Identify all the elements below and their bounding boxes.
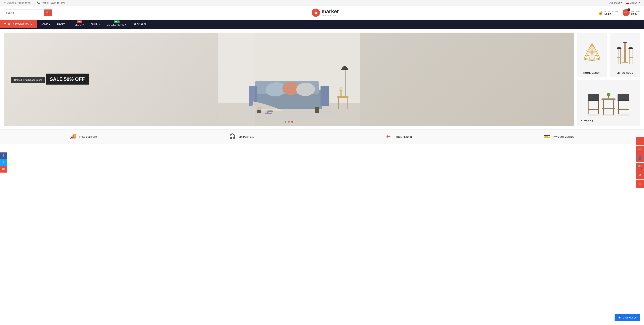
top-bar-contact: ✉ Marketing@ziutech.com | 📞 Hotline (+12…: [4, 1, 65, 4]
nav-pages-label: PAGES: [57, 23, 66, 26]
email-address: Marketing@ziutech.com: [6, 1, 30, 4]
svg-rect-32: [617, 57, 622, 58]
logo-tagline: all in one store: [322, 14, 338, 16]
svg-rect-54: [602, 108, 615, 109]
nav-collections-label: COLLECTIONS: [107, 23, 124, 26]
top-bar-options: $ US Dollar ▼ English ▼: [608, 1, 640, 4]
payment-icon: 💳: [544, 133, 551, 141]
cart-amount: $0.00: [631, 12, 640, 15]
cart-badge: 0: [628, 8, 630, 11]
support-label: SUPPORT 24/7: [239, 136, 254, 138]
navigation: ☰ ALL CATEGORIES ▼ HOME ▼ PAGES ▼ Hot! B…: [0, 20, 644, 29]
language-selector[interactable]: English ▼: [626, 1, 640, 4]
nav-shop-label: SHOP: [91, 23, 98, 26]
features-bar: 🚚 FREE DELIVERY 🎧 SUPPORT 24/7 ↩ FREE RE…: [0, 129, 644, 144]
dot-2[interactable]: [288, 121, 290, 123]
slider-dots: [284, 121, 293, 123]
return-label: FREE RETURN: [396, 136, 412, 138]
divider: |: [34, 1, 34, 4]
account-text: MY ACCOUNT Login: [604, 10, 618, 15]
dot-1[interactable]: [284, 121, 286, 123]
search-input[interactable]: [4, 10, 44, 16]
outdoor-item[interactable]: Outdoor: [577, 80, 640, 126]
svg-rect-36: [629, 57, 633, 58]
slide-title: SALE 50% OFF: [46, 74, 89, 85]
nav-link-pages[interactable]: PAGES ▼: [54, 20, 71, 28]
outdoor-label: Outdoor: [581, 120, 593, 123]
nav-home-label: HOME: [40, 23, 48, 26]
cart-section[interactable]: 🛒 0 MY CART $0.00: [622, 9, 640, 16]
lock-icon: 🔒: [598, 10, 603, 15]
outdoor-illustration: [586, 89, 631, 123]
cart-icon-wrap: 🛒 0: [622, 9, 630, 16]
svg-rect-27: [218, 32, 255, 126]
account-section[interactable]: 🔒 MY ACCOUNT Login: [598, 10, 618, 15]
support-text: SUPPORT 24/7: [239, 136, 254, 138]
delivery-text: FREE DELIVERY: [80, 136, 97, 138]
svg-rect-18: [347, 98, 348, 109]
logo-icon: e: [312, 8, 320, 17]
currency-arrow: ▼: [621, 1, 623, 4]
currency-label: $ US Dollar: [608, 1, 620, 4]
svg-rect-31: [620, 49, 621, 64]
header-actions: 🔒 MY ACCOUNT Login 🛒 0 MY CART $0.00: [598, 9, 640, 16]
svg-rect-10: [315, 107, 319, 113]
svg-point-66: [601, 114, 616, 116]
language-arrow: ▼: [638, 1, 640, 4]
nav-item-pages: PAGES ▼: [54, 20, 71, 28]
delivery-icon: 🚚: [70, 133, 77, 141]
hero-scene-svg: [4, 32, 574, 126]
side-grid: HOME DECOR: [577, 32, 640, 126]
living-room-label: LIVING ROOM: [616, 72, 634, 74]
blog-arrow: ▼: [82, 24, 84, 26]
home-arrow: ▼: [49, 23, 50, 25]
nav-item-home: HOME ▼: [37, 20, 54, 28]
svg-rect-8: [320, 86, 329, 106]
hot-badge: Hot!: [76, 20, 82, 23]
lamp-illustration: [580, 37, 604, 70]
logo[interactable]: e market all in one store: [312, 8, 338, 17]
logo-text: market all in one store: [322, 9, 338, 16]
nav-link-specials[interactable]: SPECIALS!: [130, 20, 149, 28]
nav-item-blog: Hot! BLOG ▼: [71, 20, 88, 29]
svg-rect-26: [264, 113, 272, 114]
return-text: FREE RETURN: [396, 136, 412, 138]
pages-arrow: ▼: [66, 23, 68, 25]
all-categories-button[interactable]: ☰ ALL CATEGORIES ▼: [0, 20, 37, 28]
currency-selector[interactable]: $ US Dollar ▼: [608, 1, 623, 4]
table-illustration: [613, 37, 637, 70]
payment-label: PAYMENT METHOD: [554, 136, 574, 138]
svg-rect-44: [588, 101, 589, 114]
svg-point-24: [340, 86, 342, 88]
logo-name: market: [322, 9, 338, 14]
nav-link-shop[interactable]: SHOP ▼: [88, 20, 104, 28]
svg-point-65: [587, 114, 600, 116]
svg-rect-41: [624, 43, 626, 62]
account-label: MY ACCOUNT: [604, 10, 618, 12]
slide-subtitle: Home Living Room Decor: [11, 77, 45, 83]
menu-icon[interactable]: ☰: [636, 137, 644, 144]
nav-items: HOME ▼ PAGES ▼ Hot! BLOG ▼ SHOP ▼ New: [37, 20, 149, 29]
home-decor-item[interactable]: HOME DECOR: [577, 32, 607, 77]
svg-text:e: e: [315, 10, 317, 15]
svg-rect-34: [630, 49, 630, 64]
nav-item-collections: New COLLECTIONS ▼: [104, 20, 130, 29]
svg-point-38: [628, 47, 633, 49]
right-floating-bar: ☰ 🛒 👤 🔍 👁 ⬆: [636, 137, 644, 144]
dot-3[interactable]: [291, 121, 293, 123]
language-label: English: [630, 1, 637, 4]
top-bar: ✉ Marketing@ziutech.com | 📞 Hotline (+12…: [0, 0, 644, 6]
delivery-label: FREE DELIVERY: [80, 136, 97, 138]
living-room-item[interactable]: LIVING ROOM: [610, 32, 640, 77]
collections-arrow: ▼: [125, 24, 126, 26]
support-icon: 🎧: [229, 133, 236, 141]
feature-support: 🎧 SUPPORT 24/7: [229, 133, 254, 141]
feature-return: ↩ FREE RETURN: [386, 133, 412, 141]
svg-rect-17: [338, 98, 339, 109]
nav-link-home[interactable]: HOME ▼: [37, 20, 54, 28]
nav-blog-label: BLOG: [75, 23, 82, 26]
search-button[interactable]: 🔍: [44, 9, 52, 16]
svg-rect-45: [598, 101, 599, 114]
login-link[interactable]: Login: [604, 12, 618, 15]
search-box: 🔍: [4, 9, 52, 16]
